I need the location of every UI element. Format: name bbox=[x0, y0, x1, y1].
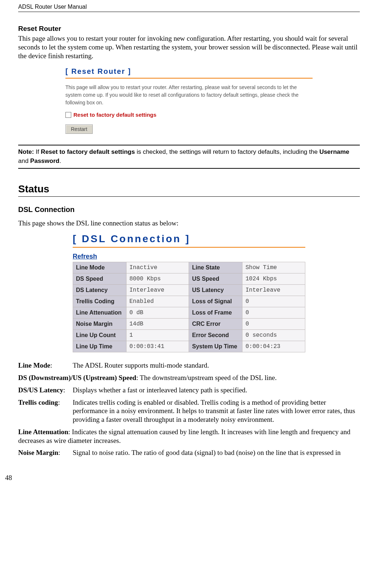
table-row: Trellis CodingEnabledLoss of Signal0 bbox=[73, 296, 305, 307]
table-label: CRC Error bbox=[189, 319, 242, 330]
table-label: Error Second bbox=[189, 330, 242, 341]
definitions-list: Line Mode: The ADSL Router supports mult… bbox=[18, 361, 360, 457]
def-attenuation: Line Attenuation: Indicates the signal a… bbox=[18, 428, 360, 445]
table-label: Loss of Signal bbox=[189, 296, 242, 307]
table-value: 0 bbox=[242, 307, 305, 319]
note-block: Note: If Reset to factory default settin… bbox=[18, 145, 360, 168]
table-label: US Speed bbox=[189, 273, 242, 285]
table-label: DS Speed bbox=[73, 273, 126, 285]
dsl-intro: This page shows the DSL line connection … bbox=[18, 219, 360, 228]
table-label: US Latency bbox=[189, 285, 242, 296]
table-row: DS Speed8000 KbpsUS Speed1024 Kbps bbox=[73, 273, 305, 285]
page-content: ADSL Router User Manual Reset Router Thi… bbox=[0, 0, 378, 493]
def-ds-us-speed: DS (Downstream)/US (Upstream) Speed: The… bbox=[18, 373, 360, 382]
table-label: Trellis Coding bbox=[73, 296, 126, 307]
table-value: 0 bbox=[242, 296, 305, 307]
table-value: 8000 Kbps bbox=[126, 273, 189, 285]
table-value: Show Time bbox=[242, 262, 305, 273]
reset-factory-label: Reset to factory default settings bbox=[73, 112, 156, 118]
dsl-connection-panel: [ DSL Connection ] Refresh Line ModeInac… bbox=[73, 233, 305, 352]
table-label: Line State bbox=[189, 262, 242, 273]
def-latency: DS/US Latency: Displays whether a fast o… bbox=[18, 386, 360, 395]
reset-factory-checkbox[interactable] bbox=[65, 112, 71, 118]
def-line-mode: Line Mode: The ADSL Router supports mult… bbox=[18, 361, 360, 370]
table-value: 0 seconds bbox=[242, 330, 305, 341]
table-label: Loss of Frame bbox=[189, 307, 242, 319]
table-value: Enabled bbox=[126, 296, 189, 307]
refresh-link[interactable]: Refresh bbox=[73, 253, 97, 260]
table-value: 1 bbox=[126, 330, 189, 341]
table-row: Noise Margin14dBCRC Error0 bbox=[73, 319, 305, 330]
table-value: 0:00:03:41 bbox=[126, 341, 189, 352]
table-label: Line Up Time bbox=[73, 341, 126, 352]
table-value: Inactive bbox=[126, 262, 189, 273]
restart-button[interactable]: Restart bbox=[65, 124, 93, 134]
dsl-panel-title: [ DSL Connection ] bbox=[73, 233, 305, 248]
table-label: Line Mode bbox=[73, 262, 126, 273]
table-label: System Up Time bbox=[189, 341, 242, 352]
def-noise-margin: Noise Margin: Signal to noise ratio. The… bbox=[18, 448, 360, 457]
dsl-status-table: Line ModeInactiveLine StateShow TimeDS S… bbox=[73, 262, 305, 352]
note-prefix: Note: bbox=[18, 148, 34, 155]
table-value: 14dB bbox=[126, 319, 189, 330]
table-value: 0:00:04:23 bbox=[242, 341, 305, 352]
table-value: Interleave bbox=[242, 285, 305, 296]
status-heading: Status bbox=[18, 183, 360, 197]
table-label: Line Up Count bbox=[73, 330, 126, 341]
panel-description: This page will allow you to restart your… bbox=[65, 84, 313, 107]
table-label: Line Attenuation bbox=[73, 307, 126, 319]
table-value: 1024 Kbps bbox=[242, 273, 305, 285]
reset-router-intro: This page allows you to restart your rou… bbox=[18, 34, 360, 60]
table-value: 0 dB bbox=[126, 307, 189, 319]
table-label: DS Latency bbox=[73, 285, 126, 296]
table-row: Line ModeInactiveLine StateShow Time bbox=[73, 262, 305, 273]
table-row: Line Attenuation0 dBLoss of Frame0 bbox=[73, 307, 305, 319]
table-row: Line Up Time0:00:03:41System Up Time0:00… bbox=[73, 341, 305, 352]
table-row: Line Up Count1Error Second0 seconds bbox=[73, 330, 305, 341]
reset-router-title: Reset Router bbox=[18, 25, 360, 33]
table-row: DS LatencyInterleaveUS LatencyInterleave bbox=[73, 285, 305, 296]
table-value: 0 bbox=[242, 319, 305, 330]
reset-factory-checkbox-row: Reset to factory default settings bbox=[65, 112, 313, 118]
table-value: Interleave bbox=[126, 285, 189, 296]
panel-title: [ Reset Router ] bbox=[65, 67, 313, 79]
dsl-connection-heading: DSL Connection bbox=[18, 205, 360, 214]
def-trellis: Trellis coding: Indicates trellis coding… bbox=[18, 398, 360, 424]
page-number: 48 bbox=[5, 474, 360, 482]
document-header: ADSL Router User Manual bbox=[18, 4, 360, 12]
table-label: Noise Margin bbox=[73, 319, 126, 330]
reset-router-panel: [ Reset Router ] This page will allow yo… bbox=[65, 67, 313, 134]
